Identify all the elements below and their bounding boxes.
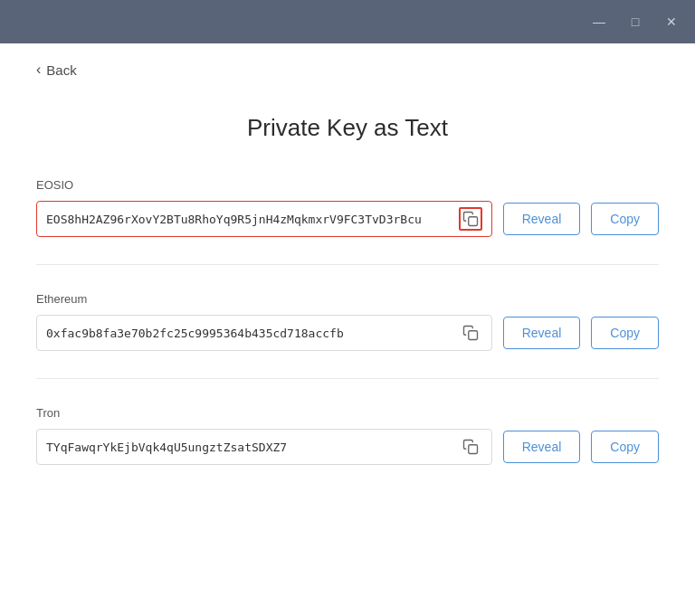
key-input-wrapper-tron: TYqFawqrYkEjbVqk4qU5ungztZsatSDXZ7 xyxy=(36,429,492,465)
key-value-tron: TYqFawqrYkEjbVqk4qU5ungztZsatSDXZ7 xyxy=(46,441,459,454)
copy-icon-button-ethereum[interactable] xyxy=(459,321,482,345)
back-label: Back xyxy=(46,62,76,78)
copy-icon-eosio xyxy=(462,211,479,227)
reveal-button-ethereum[interactable]: Reveal xyxy=(503,317,581,349)
keys-container: EOSIOEOS8hH2AZ96rXovY2BTu8RhoYq9R5jnH4zM… xyxy=(36,178,659,519)
maximize-button[interactable]: □ xyxy=(626,13,644,31)
copy-icon-button-tron[interactable] xyxy=(459,435,482,459)
key-input-wrapper-eosio: EOS8hH2AZ96rXovY2BTu8RhoYq9R5jnH4zMqkmxr… xyxy=(36,201,492,237)
key-label-ethereum: Ethereum xyxy=(36,292,659,306)
minimize-button[interactable]: — xyxy=(590,13,608,31)
back-arrow-icon: ‹ xyxy=(36,62,41,78)
key-value-eosio: EOS8hH2AZ96rXovY2BTu8RhoYq9R5jnH4zMqkmxr… xyxy=(46,213,459,226)
copy-button-tron[interactable]: Copy xyxy=(591,431,659,463)
key-label-eosio: EOSIO xyxy=(36,178,659,192)
copy-button-eosio[interactable]: Copy xyxy=(591,203,659,235)
page-title: Private Key as Text xyxy=(36,114,659,142)
svg-rect-0 xyxy=(468,217,477,226)
svg-rect-1 xyxy=(468,331,477,340)
close-button[interactable]: ✕ xyxy=(662,13,681,31)
key-section-ethereum: Ethereum0xfac9b8fa3e70b2fc25c9995364b435… xyxy=(36,292,659,379)
key-row-eosio: EOS8hH2AZ96rXovY2BTu8RhoYq9R5jnH4zMqkmxr… xyxy=(36,201,659,237)
copy-icon-ethereum xyxy=(462,325,479,341)
reveal-button-eosio[interactable]: Reveal xyxy=(503,203,581,235)
svg-rect-2 xyxy=(468,445,477,454)
copy-icon-button-eosio[interactable] xyxy=(459,207,482,231)
key-row-ethereum: 0xfac9b8fa3e70b2fc25c9995364b435cd718acc… xyxy=(36,315,659,351)
key-section-eosio: EOSIOEOS8hH2AZ96rXovY2BTu8RhoYq9R5jnH4zM… xyxy=(36,178,659,265)
back-button[interactable]: ‹ Back xyxy=(36,43,77,87)
key-row-tron: TYqFawqrYkEjbVqk4qU5ungztZsatSDXZ7 Revea… xyxy=(36,429,659,465)
titlebar: — □ ✕ xyxy=(0,0,695,43)
copy-button-ethereum[interactable]: Copy xyxy=(591,317,659,349)
key-value-ethereum: 0xfac9b8fa3e70b2fc25c9995364b435cd718acc… xyxy=(46,327,459,340)
key-label-tron: Tron xyxy=(36,406,659,420)
reveal-button-tron[interactable]: Reveal xyxy=(503,431,581,463)
key-input-wrapper-ethereum: 0xfac9b8fa3e70b2fc25c9995364b435cd718acc… xyxy=(36,315,492,351)
key-section-tron: TronTYqFawqrYkEjbVqk4qU5ungztZsatSDXZ7 R… xyxy=(36,406,659,492)
content-area: ‹ Back Private Key as Text EOSIOEOS8hH2A… xyxy=(0,43,695,616)
copy-icon-tron xyxy=(462,439,479,455)
